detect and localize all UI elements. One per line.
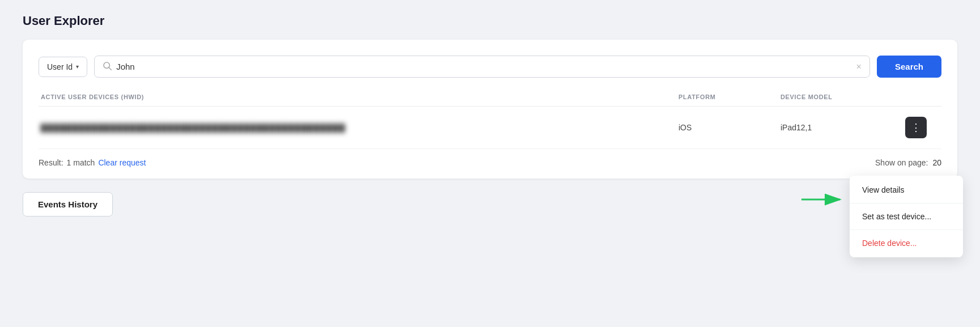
result-label: Result: [39, 158, 63, 167]
show-on-page-label: Show on page: [875, 158, 928, 167]
context-menu-divider-2 [850, 230, 963, 230]
main-card: User Id ▾ × Search ACTIVE USER DEVICES (… [23, 40, 957, 179]
context-menu-delete-device[interactable]: Delete device... [850, 231, 963, 255]
clear-icon[interactable]: × [856, 62, 862, 72]
table-row: ████████████████████████████████████████… [39, 107, 941, 149]
filter-label: User Id [47, 62, 73, 71]
search-icon [103, 61, 112, 72]
col-hwid: ACTIVE USER DEVICES (HWID) [41, 94, 678, 100]
platform-cell: iOS [678, 123, 780, 132]
clear-request-link[interactable]: Clear request [98, 158, 146, 167]
page-title: User Explorer [23, 14, 957, 28]
hwid-cell: ████████████████████████████████████████… [41, 124, 678, 132]
col-model: DEVICE MODEL [780, 94, 905, 100]
arrow-indicator [801, 192, 847, 207]
model-cell: iPad12,1 [780, 123, 905, 132]
events-history-button[interactable]: Events History [23, 192, 113, 216]
table-header: ACTIVE USER DEVICES (HWID) PLATFORM DEVI… [39, 94, 941, 107]
search-button[interactable]: Search [877, 56, 941, 78]
result-count: 1 match [67, 158, 95, 167]
svg-line-1 [109, 67, 111, 70]
filter-dropdown[interactable]: User Id ▾ [39, 57, 87, 77]
result-row: Result: 1 match Clear request Show on pa… [39, 149, 941, 167]
context-menu-divider [850, 203, 963, 203]
search-box: × [94, 56, 870, 78]
context-menu-set-test-device[interactable]: Set as test device... [850, 205, 963, 228]
kebab-menu-button[interactable]: ⋮ [905, 117, 927, 138]
chevron-down-icon: ▾ [76, 63, 79, 70]
search-input[interactable] [116, 62, 851, 71]
result-right: Show on page: 20 [875, 158, 941, 167]
show-on-page-value: 20 [932, 158, 941, 167]
col-actions [905, 94, 939, 100]
search-row: User Id ▾ × Search [39, 56, 941, 78]
col-platform: PLATFORM [678, 94, 780, 100]
context-menu-view-details[interactable]: View details [850, 178, 963, 202]
context-menu: View details Set as test device... Delet… [850, 176, 963, 257]
actions-cell: ⋮ [905, 117, 939, 138]
result-left: Result: 1 match Clear request [39, 158, 146, 167]
